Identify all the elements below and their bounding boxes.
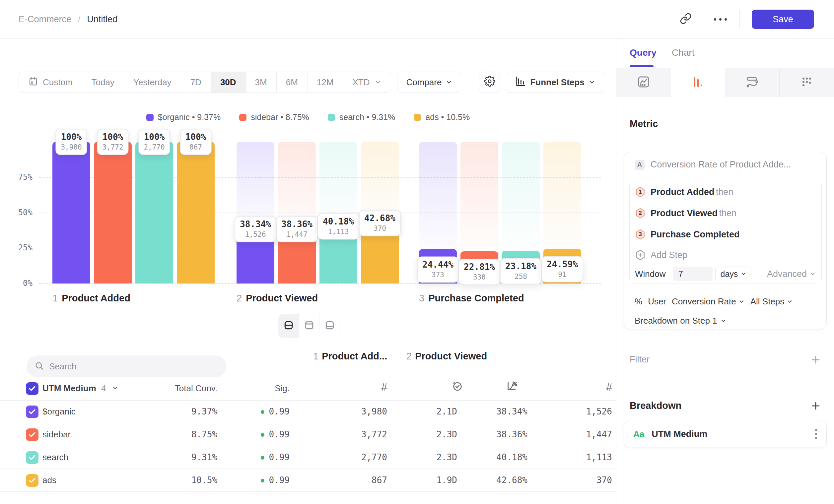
layout-chart-only-button[interactable]: [299, 314, 320, 338]
tab-query[interactable]: Query: [630, 47, 657, 58]
bar-value-label: 22.81%330: [459, 259, 500, 285]
count-column-icon[interactable]: #: [606, 381, 612, 393]
grid-dots-icon: [800, 75, 813, 90]
conversion-rate-column-icon[interactable]: [506, 380, 518, 393]
bar-organic-step1[interactable]: [52, 142, 90, 283]
significance-dot: [261, 433, 264, 437]
chart-settings-button[interactable]: [479, 72, 500, 93]
more-menu-button[interactable]: [711, 10, 729, 28]
legend-item-ads[interactable]: ads • 10.5%: [414, 112, 470, 122]
chart-type-button[interactable]: Funnel Steps: [506, 72, 604, 93]
row-checkbox[interactable]: [26, 451, 39, 464]
add-step-icon: [635, 249, 645, 260]
total-conv-value: 9.37%: [192, 400, 217, 423]
bar-value-label: 40.18%1,113: [317, 213, 359, 239]
bar-value-label: 100%3,980: [56, 129, 87, 155]
report-canvas: CustomTodayYesterday7D30D3M6M12MXTD Comp…: [0, 39, 616, 504]
breakdown-property-name: UTM Medium: [652, 429, 707, 439]
total-conv-column-header[interactable]: Total Conv.: [175, 383, 217, 394]
bar-search-step1[interactable]: [135, 142, 173, 283]
advanced-toggle[interactable]: Advanced: [767, 269, 816, 279]
breadcrumb-report-title[interactable]: Untitled: [87, 14, 118, 25]
measurement-row: % User Conversion Rate All Steps: [635, 295, 793, 307]
bar-sidebar-step1[interactable]: [94, 142, 132, 283]
date-range-xtd[interactable]: XTD: [343, 72, 391, 92]
step-number-badge: 2: [635, 208, 645, 219]
window-value-input[interactable]: [673, 267, 712, 281]
date-range-6m[interactable]: 6M: [277, 72, 308, 92]
date-range-custom[interactable]: Custom: [19, 72, 82, 92]
step1-count: 3,772: [361, 423, 387, 446]
breadcrumb-project[interactable]: E-Commerce: [19, 14, 71, 25]
previous-step-remainder: [419, 142, 457, 249]
steps-scope-selector[interactable]: All Steps: [750, 296, 793, 307]
add-breakdown-button[interactable]: [811, 401, 821, 411]
select-all-checkbox[interactable]: [26, 382, 39, 395]
date-range-today[interactable]: Today: [82, 72, 124, 92]
avg-time-column-icon[interactable]: [452, 380, 463, 393]
tab-chart[interactable]: Chart: [672, 47, 694, 58]
table-subheader: UTM Medium 4 Total Conv. Sig. # #: [0, 377, 616, 400]
legend-item-organic[interactable]: $organic • 9.37%: [146, 112, 221, 122]
window-unit-select[interactable]: days: [715, 267, 751, 281]
row-checkbox[interactable]: [26, 406, 39, 418]
date-range-yesterday[interactable]: Yesterday: [124, 72, 181, 92]
layout-split-button[interactable]: [278, 314, 299, 338]
segment-name: ads: [42, 469, 57, 492]
query-panel: Query Chart: [616, 39, 834, 504]
compare-button[interactable]: Compare: [397, 72, 461, 93]
bar-value-label: 23.18%258: [500, 258, 542, 284]
header-divider: [740, 10, 740, 28]
chevron-down-icon: [741, 271, 746, 277]
layout-table-only-button[interactable]: [320, 314, 340, 338]
search-icon: [35, 361, 44, 372]
count-column-icon[interactable]: #: [381, 381, 387, 393]
funnel-bars-icon: [515, 76, 526, 89]
add-filter-button[interactable]: [811, 355, 821, 365]
flows-chart-tab[interactable]: [725, 68, 780, 97]
step2-conv-rate: 42.68%: [496, 469, 527, 492]
date-range-12m[interactable]: 12M: [308, 72, 343, 92]
share-link-button[interactable]: [676, 10, 695, 28]
search-input[interactable]: [49, 361, 218, 372]
entity-selector[interactable]: User: [648, 296, 666, 307]
query-step-3[interactable]: 3Purchase Completed: [635, 226, 816, 244]
breakdown-column-selector[interactable]: UTM Medium 4: [42, 383, 118, 394]
row-checkbox[interactable]: [26, 428, 39, 441]
date-range-30d[interactable]: 30D: [211, 72, 246, 92]
date-range-7d[interactable]: 7D: [181, 72, 211, 92]
retention-chart-tab[interactable]: [780, 68, 834, 97]
y-axis-tick: 0%: [8, 278, 32, 288]
bar-ads-step1[interactable]: [177, 142, 215, 283]
chevron-down-icon: [809, 271, 816, 277]
step2-avg-time: 2.3D: [436, 423, 457, 446]
funnel-chart-tab[interactable]: [671, 68, 725, 97]
sig-column-header[interactable]: Sig.: [275, 383, 290, 394]
chart-step-label-3: 3Purchase Completed: [419, 293, 524, 304]
table-step1-header: 1Product Add...: [313, 351, 387, 362]
insights-chart-tab[interactable]: [616, 68, 671, 97]
save-button[interactable]: Save: [752, 9, 814, 29]
filter-heading: Filter: [630, 354, 650, 365]
step2-count: 1,113: [586, 446, 612, 469]
bar-value-label: 38.34%1,526: [235, 216, 276, 242]
query-step-1[interactable]: 1Product Added then: [635, 183, 816, 201]
add-step-button[interactable]: Add Step: [635, 246, 816, 264]
legend-swatch: [146, 114, 154, 121]
legend-swatch: [239, 114, 246, 121]
query-step-2[interactable]: 2Product Viewed then: [635, 204, 816, 222]
significance-dot: [261, 410, 264, 414]
date-range-3m[interactable]: 3M: [246, 72, 277, 92]
legend-item-sidebar[interactable]: sidebar • 8.75%: [239, 112, 309, 122]
row-checkbox[interactable]: [26, 474, 39, 487]
legend-item-search[interactable]: search • 9.31%: [328, 112, 395, 122]
significance-value: 0.99: [269, 400, 290, 423]
compare-label: Compare: [406, 77, 442, 88]
breakdown-property-card[interactable]: Aa UTM Medium: [624, 421, 827, 447]
segment-name: search: [42, 446, 68, 469]
measurement-selector[interactable]: Conversion Rate: [672, 296, 745, 307]
breakdown-options-button[interactable]: [815, 429, 817, 439]
breakdown-on-step-selector[interactable]: Breakdown on Step 1: [635, 315, 726, 327]
chart-controls: CustomTodayYesterday7D30D3M6M12MXTD Comp…: [19, 72, 604, 93]
metric-title-row[interactable]: A Conversion Rate of Product Adde...: [635, 160, 791, 170]
